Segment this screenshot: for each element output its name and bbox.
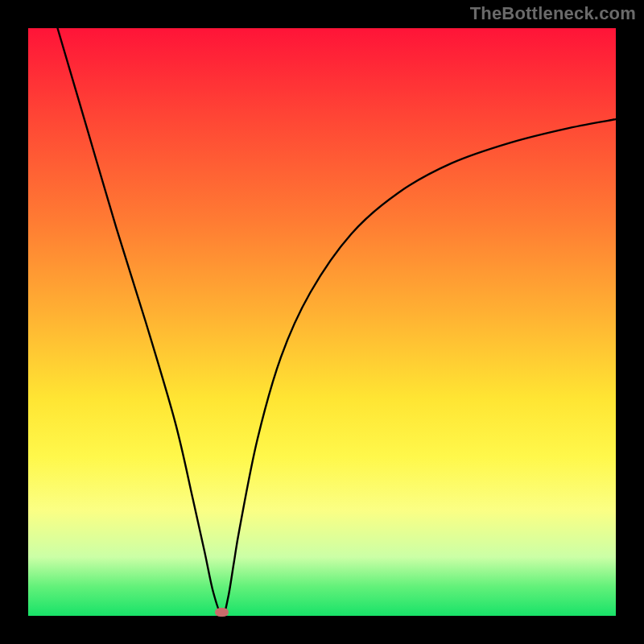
bottleneck-curve [58, 28, 617, 616]
watermark-text: TheBottleneck.com [470, 3, 636, 24]
min-point-marker [215, 608, 229, 617]
curve-svg [28, 28, 616, 616]
plot-area [28, 28, 616, 616]
chart-frame: TheBottleneck.com [0, 0, 644, 644]
